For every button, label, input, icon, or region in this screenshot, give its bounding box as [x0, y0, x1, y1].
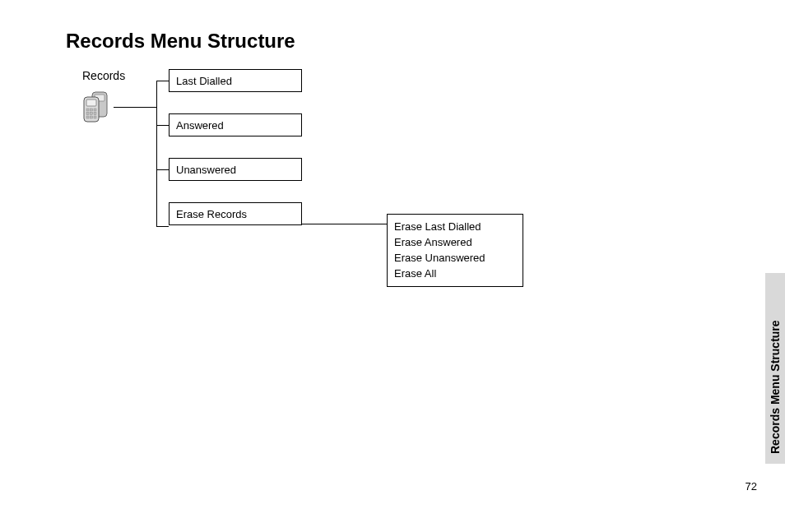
svg-rect-3 — [86, 99, 96, 106]
connector — [156, 81, 157, 226]
svg-rect-9 — [94, 113, 96, 115]
page-number: 72 — [746, 480, 757, 493]
menu-item-label: Erase Records — [176, 208, 247, 220]
menu-item-answered: Answered — [169, 113, 302, 136]
menu-item-erase-records: Erase Records — [169, 202, 302, 225]
menu-item-label: Unanswered — [176, 164, 236, 176]
svg-rect-12 — [94, 116, 96, 118]
svg-rect-7 — [86, 113, 89, 115]
root-label: Records — [82, 69, 125, 82]
menu-item-label: Last Dialled — [176, 75, 232, 87]
svg-rect-5 — [91, 109, 93, 111]
submenu-item: Erase Last Dialled — [394, 220, 516, 235]
connector — [156, 214, 157, 227]
connector — [302, 224, 387, 224]
connector — [156, 169, 169, 170]
connector — [156, 226, 169, 227]
svg-rect-10 — [86, 116, 89, 118]
menu-item-last-dialled: Last Dialled — [169, 69, 302, 92]
menu-item-label: Answered — [176, 119, 224, 132]
connector — [114, 107, 156, 108]
connector — [156, 125, 169, 126]
svg-rect-8 — [91, 113, 93, 115]
menu-item-unanswered: Unanswered — [169, 158, 302, 181]
submenu-item: Erase Answered — [394, 235, 516, 251]
svg-rect-11 — [91, 116, 93, 118]
connector — [156, 81, 169, 81]
svg-rect-4 — [86, 109, 89, 111]
submenu-item: Erase All — [394, 266, 516, 282]
submenu-erase: Erase Last Dialled Erase Answered Erase … — [387, 214, 523, 287]
submenu-item: Erase Unanswered — [394, 251, 516, 266]
phone-icon — [77, 89, 114, 125]
svg-rect-6 — [94, 109, 96, 111]
side-tab-label: Records Menu Structure — [769, 283, 782, 454]
page-title: Records Menu Structure — [66, 30, 295, 53]
